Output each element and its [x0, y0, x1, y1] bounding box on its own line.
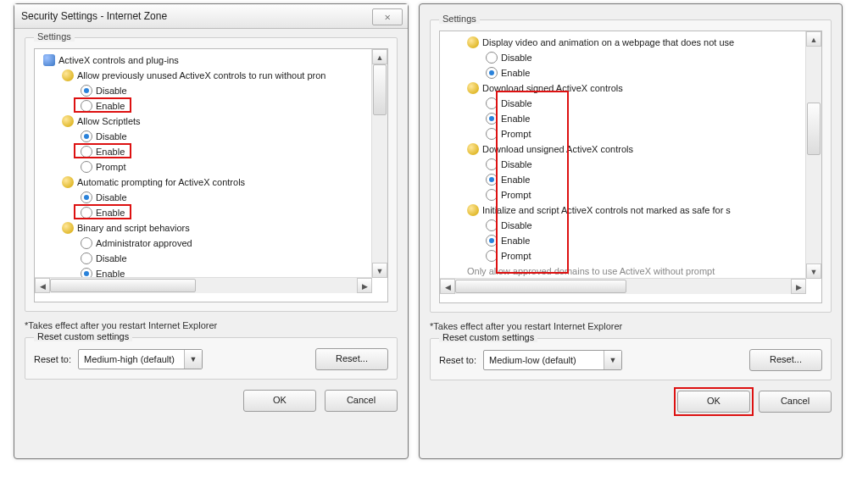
scroll-thumb[interactable]	[455, 280, 626, 293]
row-label: Enable	[96, 98, 125, 114]
tree-item[interactable]: Binary and script behaviors	[38, 220, 370, 236]
item-icon	[467, 204, 479, 216]
scroll-right-icon[interactable]: ▶	[791, 279, 806, 294]
row-label: Only allow approved domains to use Activ…	[467, 263, 715, 279]
reset-legend: Reset custom settings	[34, 331, 132, 341]
tree-item[interactable]: Download signed ActiveX controls	[443, 80, 804, 96]
row-label: Prompt	[501, 187, 531, 202]
scroll-up-icon[interactable]: ▲	[806, 31, 821, 47]
row-label: Enable	[501, 65, 530, 80]
reset-button[interactable]: Reset...	[749, 349, 822, 371]
ok-button[interactable]: OK	[243, 390, 316, 412]
scroll-thumb[interactable]	[50, 279, 196, 292]
option-disable[interactable]: Disable	[38, 83, 370, 98]
tree-item[interactable]: Automatic prompting for ActiveX controls	[38, 175, 370, 190]
vertical-scrollbar[interactable]: ▲ ▼	[805, 31, 821, 279]
cancel-button[interactable]: Cancel	[759, 391, 832, 413]
option-prompt[interactable]: Prompt	[38, 159, 370, 175]
item-icon	[62, 222, 74, 234]
close-icon: ⨉	[385, 11, 390, 21]
option-enable[interactable]: Enable	[443, 111, 804, 126]
row-label: Enable	[501, 233, 530, 248]
horizontal-scrollbar[interactable]: ◀ ▶	[35, 277, 372, 293]
radio-icon	[81, 100, 92, 112]
tree-item[interactable]: Download unsigned ActiveX controls	[443, 141, 804, 157]
tree-folder[interactable]: ActiveX controls and plug-ins	[38, 53, 370, 68]
row-label: Disable	[96, 83, 127, 98]
option-enable[interactable]: Enable	[443, 172, 804, 187]
reset-button[interactable]: Reset...	[315, 348, 388, 370]
scroll-down-icon[interactable]: ▼	[806, 263, 821, 279]
option-enable[interactable]: Enable	[38, 144, 370, 159]
row-label: Download unsigned ActiveX controls	[482, 141, 633, 157]
row-label: Administrator approved	[96, 236, 192, 251]
item-icon	[62, 69, 74, 81]
folder-icon	[43, 54, 55, 66]
titlebar[interactable]: Security Settings - Internet Zone ⨉	[14, 4, 408, 29]
scroll-thumb[interactable]	[373, 64, 387, 115]
radio-icon	[486, 113, 498, 125]
tree-cut: Only allow approved domains to use Activ…	[443, 263, 804, 279]
close-button[interactable]: ⨉	[372, 8, 403, 25]
reset-to-label: Reset to:	[34, 354, 71, 364]
row-label: Prompt	[501, 248, 531, 263]
settings-tree[interactable]: ActiveX controls and plug-insAllow previ…	[34, 48, 388, 302]
reset-level-combobox[interactable]: Medium-high (default) ▼	[78, 349, 203, 369]
radio-icon	[81, 191, 92, 203]
row-label: Allow previously unused ActiveX controls…	[77, 68, 326, 83]
restart-note: *Takes effect after you restart Internet…	[430, 321, 832, 331]
reset-level-value: Medium-low (default)	[489, 355, 576, 365]
row-label: Automatic prompting for ActiveX controls	[77, 175, 245, 190]
horizontal-scrollbar[interactable]: ◀ ▶	[440, 278, 806, 294]
item-icon	[467, 82, 479, 94]
option-disable[interactable]: Disable	[443, 157, 804, 172]
tree-item[interactable]: Allow previously unused ActiveX controls…	[38, 68, 370, 83]
scroll-right-icon[interactable]: ▶	[357, 278, 372, 293]
settings-group: Settings ActiveX controls and plug-insAl…	[25, 37, 398, 312]
option-disable[interactable]: Disable	[443, 96, 804, 111]
option-prompt[interactable]: Prompt	[443, 126, 804, 141]
reset-to-label: Reset to:	[439, 355, 476, 365]
option-enable[interactable]: Enable	[443, 65, 804, 80]
option-enable[interactable]: Enable	[38, 266, 370, 278]
row-label: Allow Scriptlets	[77, 114, 141, 129]
ok-button[interactable]: OK	[677, 391, 750, 413]
cancel-button[interactable]: Cancel	[325, 390, 398, 412]
tree-item[interactable]: Initialize and script ActiveX controls n…	[443, 202, 804, 218]
option-prompt[interactable]: Prompt	[443, 187, 804, 202]
row-label: Prompt	[96, 159, 125, 175]
radio-icon	[486, 250, 498, 262]
radio-icon	[486, 158, 498, 170]
option-prompt[interactable]: Prompt	[443, 248, 804, 263]
option-disable[interactable]: Disable	[443, 50, 804, 65]
row-label: Download signed ActiveX controls	[482, 80, 623, 96]
option-administrator-approved[interactable]: Administrator approved	[38, 236, 370, 251]
scroll-left-icon[interactable]: ◀	[440, 279, 455, 294]
option-enable[interactable]: Enable	[38, 98, 370, 114]
scroll-thumb[interactable]	[807, 103, 821, 155]
security-settings-window-right: Settings Display video and animation on …	[419, 3, 843, 459]
reset-legend: Reset custom settings	[439, 332, 537, 342]
option-disable[interactable]: Disable	[38, 251, 370, 266]
tree-item[interactable]: Allow Scriptlets	[38, 114, 370, 129]
row-label: Disable	[501, 218, 532, 233]
option-enable[interactable]: Enable	[443, 233, 804, 248]
reset-level-combobox[interactable]: Medium-low (default) ▼	[483, 350, 622, 370]
scroll-left-icon[interactable]: ◀	[35, 278, 50, 293]
settings-legend: Settings	[34, 31, 75, 42]
option-disable[interactable]: Disable	[38, 129, 370, 144]
scroll-down-icon[interactable]: ▼	[372, 263, 387, 278]
settings-tree[interactable]: Display video and animation on a webpage…	[439, 31, 822, 303]
row-label: Enable	[501, 111, 530, 126]
item-icon	[62, 115, 74, 127]
row-label: Binary and script behaviors	[77, 220, 190, 236]
radio-icon	[81, 130, 92, 142]
option-enable[interactable]: Enable	[38, 205, 370, 220]
vertical-scrollbar[interactable]: ▲ ▼	[371, 49, 387, 278]
option-disable[interactable]: Disable	[443, 218, 804, 233]
row-label: Prompt	[501, 126, 531, 141]
scroll-up-icon[interactable]: ▲	[372, 49, 387, 64]
option-disable[interactable]: Disable	[38, 190, 370, 205]
reset-level-value: Medium-high (default)	[84, 354, 175, 364]
tree-item[interactable]: Display video and animation on a webpage…	[443, 35, 804, 50]
